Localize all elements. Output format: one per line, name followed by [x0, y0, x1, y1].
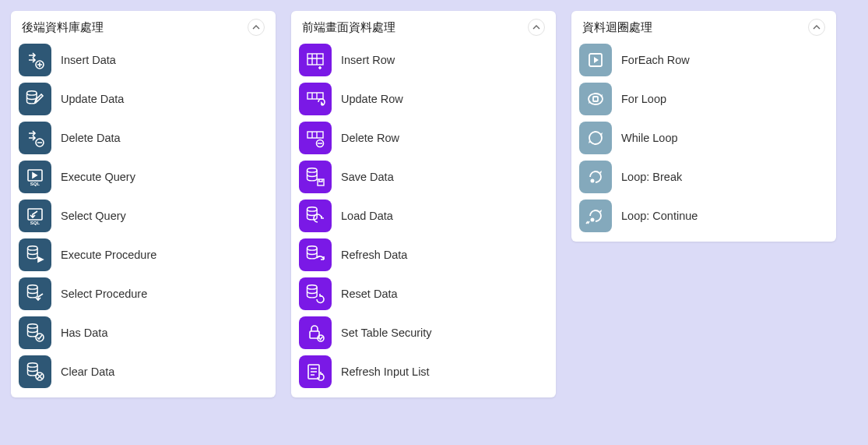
item-label: Set Table Security	[341, 327, 432, 339]
for-loop-item[interactable]: For Loop	[579, 83, 828, 115]
svg-text:SQL: SQL	[30, 221, 40, 225]
save-data-icon	[299, 161, 332, 193]
chevron-up-icon	[813, 23, 821, 31]
item-label: Execute Procedure	[61, 249, 156, 261]
panel-header: 資料迴圈處理	[571, 11, 836, 41]
update-data-icon	[19, 83, 51, 115]
delete-data-icon	[19, 122, 51, 154]
update-row-item[interactable]: Update Row	[299, 83, 548, 115]
frontend-data-panel: 前端畫面資料處理 Insert Row Update Row Delete Ro…	[291, 11, 556, 397]
clear-data-icon	[19, 355, 51, 388]
panel-header: 前端畫面資料處理	[291, 11, 556, 41]
item-label: Execute Query	[61, 171, 135, 183]
loop-continue-icon	[579, 200, 612, 232]
item-label: Select Procedure	[61, 288, 147, 300]
for-loop-icon	[579, 83, 612, 115]
item-label: Load Data	[341, 210, 393, 222]
save-data-item[interactable]: Save Data	[299, 161, 548, 193]
insert-row-icon	[299, 44, 332, 76]
delete-row-item[interactable]: Delete Row	[299, 122, 548, 154]
collapse-button[interactable]	[248, 19, 265, 36]
load-data-icon	[299, 200, 332, 232]
svg-rect-5	[28, 209, 42, 220]
insert-row-item[interactable]: Insert Row	[299, 44, 548, 76]
panel-title: 前端畫面資料處理	[302, 20, 395, 35]
item-label: Insert Row	[341, 54, 395, 66]
loop-continue-item[interactable]: Loop: Continue	[579, 200, 828, 232]
backend-db-panel: 後端資料庫處理 Insert Data Update Data Delete D…	[11, 11, 276, 397]
loop-break-item[interactable]: Loop: Break	[579, 161, 828, 193]
svg-point-21	[591, 179, 595, 183]
item-label: ForEach Row	[621, 54, 690, 66]
select-procedure-icon	[19, 277, 51, 310]
item-label: While Loop	[621, 132, 678, 144]
foreach-row-icon	[579, 44, 612, 76]
item-label: Refresh Input List	[341, 366, 430, 378]
refresh-input-list-item[interactable]: Refresh Input List	[299, 355, 548, 388]
execute-query-icon: SQL	[19, 161, 51, 193]
refresh-input-list-icon	[299, 355, 332, 388]
foreach-row-item[interactable]: ForEach Row	[579, 44, 828, 76]
panel-header: 後端資料庫處理	[11, 11, 276, 41]
loop-panel: 資料迴圈處理 ForEach Row For Loop While Loop	[571, 11, 836, 242]
set-table-security-icon	[299, 316, 332, 349]
item-label: Loop: Break	[621, 171, 682, 183]
panel-body: Insert Row Update Row Delete Row Save Da…	[291, 41, 556, 397]
item-label: Refresh Data	[341, 249, 407, 261]
svg-rect-13	[318, 179, 324, 185]
execute-query-item[interactable]: SQL Execute Query	[19, 161, 268, 193]
item-label: Save Data	[341, 171, 394, 183]
has-data-item[interactable]: Has Data	[19, 316, 268, 349]
reset-data-icon	[299, 277, 332, 310]
delete-row-icon	[299, 122, 332, 154]
item-label: Clear Data	[61, 366, 114, 378]
reset-data-item[interactable]: Reset Data	[299, 277, 548, 310]
item-label: Delete Row	[341, 132, 399, 144]
item-label: Reset Data	[341, 288, 398, 300]
svg-text:SQL: SQL	[30, 182, 40, 186]
item-label: Delete Data	[61, 132, 121, 144]
refresh-data-icon	[299, 238, 332, 271]
delete-data-item[interactable]: Delete Data	[19, 122, 268, 154]
clear-data-item[interactable]: Clear Data	[19, 355, 268, 388]
refresh-data-item[interactable]: Refresh Data	[299, 238, 548, 271]
chevron-up-icon	[532, 23, 540, 31]
set-table-security-item[interactable]: Set Table Security	[299, 316, 548, 349]
svg-point-20	[589, 132, 602, 144]
execute-procedure-item[interactable]: Execute Procedure	[19, 238, 268, 271]
select-query-item[interactable]: SQL Select Query	[19, 200, 268, 232]
item-label: Loop: Continue	[621, 210, 698, 222]
item-label: For Loop	[621, 93, 666, 105]
load-data-item[interactable]: Load Data	[299, 200, 548, 232]
svg-rect-10	[307, 93, 323, 99]
while-loop-icon	[579, 122, 612, 154]
item-label: Select Query	[61, 210, 126, 222]
update-data-item[interactable]: Update Data	[19, 83, 268, 115]
svg-rect-11	[307, 132, 323, 138]
update-row-icon	[299, 83, 332, 115]
execute-procedure-icon	[19, 238, 51, 271]
panel-body: Insert Data Update Data Delete Data SQL …	[11, 41, 276, 397]
collapse-button[interactable]	[528, 19, 545, 36]
loop-break-icon	[579, 161, 612, 193]
svg-point-18	[589, 94, 603, 104]
panel-title: 後端資料庫處理	[22, 20, 104, 35]
svg-point-22	[591, 218, 595, 222]
item-label: Update Data	[61, 93, 124, 105]
item-label: Has Data	[61, 327, 107, 339]
select-procedure-item[interactable]: Select Procedure	[19, 277, 268, 310]
panel-title: 資料迴圈處理	[582, 20, 652, 35]
chevron-up-icon	[252, 23, 260, 31]
insert-data-item[interactable]: Insert Data	[19, 44, 268, 76]
insert-data-icon	[19, 44, 51, 76]
svg-rect-19	[593, 97, 598, 101]
has-data-icon	[19, 316, 51, 349]
item-label: Insert Data	[61, 54, 116, 66]
item-label: Update Row	[341, 93, 403, 105]
collapse-button[interactable]	[808, 19, 825, 36]
panel-body: ForEach Row For Loop While Loop Loop: Br…	[571, 41, 836, 242]
select-query-icon: SQL	[19, 200, 51, 232]
while-loop-item[interactable]: While Loop	[579, 122, 828, 154]
svg-rect-9	[307, 54, 323, 65]
